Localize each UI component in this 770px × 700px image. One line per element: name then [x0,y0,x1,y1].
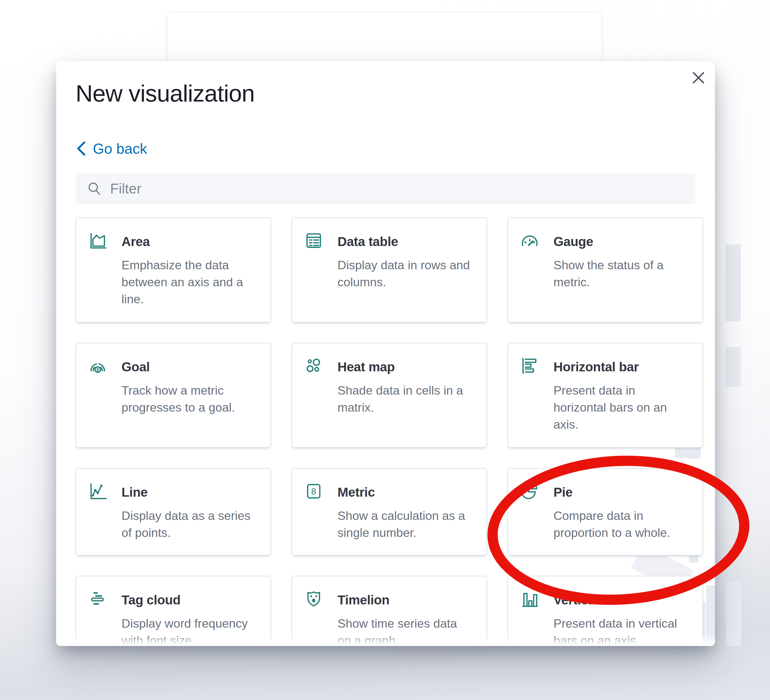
viz-card-title: Vertical bar [553,593,622,608]
viz-card-title: Goal [121,360,150,374]
viz-card-description: Display word frequency with font size. [121,615,257,646]
filter-input[interactable] [102,173,696,203]
viz-card-area[interactable]: Area Emphasize the data between an axis … [76,217,271,322]
close-button[interactable] [689,68,708,87]
viz-card-description: Track how a metric progresses to a goal. [121,382,257,416]
viz-card-description: Show the status of a metric. [553,256,689,291]
timelion-icon [304,589,324,609]
go-back-label: Go back [93,140,147,157]
viz-card-metric[interactable]: 8 Metric Show a calculation as a single … [291,468,487,556]
viz-card-gauge[interactable]: Gauge Show the status of a metric. [508,217,703,322]
viz-card-line[interactable]: Line Display data as a series of points. [76,468,271,556]
viz-card-horizontal-bar[interactable]: Horizontal bar Present data in horizonta… [508,343,703,448]
goal-icon: 8 [88,356,107,376]
viz-card-title: Horizontal bar [553,360,639,374]
viz-card-description: Present data in vertical bars on an axis… [553,615,689,646]
viz-card-title: Line [121,485,148,500]
viz-card-heat-map[interactable]: Heat map Shade data in cells in a matrix… [291,343,487,448]
viz-card-description: Show a calculation as a single number. [338,507,472,541]
filter-field [76,173,696,203]
viz-card-title: Pie [553,485,573,500]
viz-card-description: Emphasize the data between an axis and a… [121,256,257,308]
viz-card-data-table[interactable]: Data table Display data in rows and colu… [291,217,487,322]
background-decoration [726,581,741,646]
horizontal-bar-icon [520,356,539,376]
viz-card-pie[interactable]: Pie Compare data in proportion to a whol… [508,468,703,556]
viz-card-description: Present data in horizontal bars on an ax… [553,382,689,433]
viz-card-title: Tag cloud [121,593,181,608]
data-table-icon [304,231,324,250]
vertical-bar-icon [520,589,539,609]
viz-card-title: Timelion [338,593,389,608]
background-decoration [725,347,741,387]
heat-map-icon [304,356,324,376]
page-title: New visualization [76,80,255,107]
background-decoration [725,245,741,321]
gauge-icon [520,231,539,250]
viz-card-vertical-bar[interactable]: Vertical bar Present data in vertical ba… [508,576,703,646]
viz-card-goal[interactable]: 8 Goal Track how a metric progresses to … [76,343,271,448]
area-chart-icon [88,231,107,250]
viz-card-timelion[interactable]: Timelion Show time series data on a grap… [291,576,487,646]
viz-card-description: Compare data in proportion to a whole. [553,507,689,541]
new-visualization-modal: New visualization Go back Area Emphasize… [56,61,715,646]
search-icon [87,181,102,196]
viz-card-tag-cloud[interactable]: Tag cloud Display word frequency with fo… [76,576,271,646]
viz-card-title: Data table [338,234,398,249]
pie-chart-icon [520,481,539,501]
metric-icon: 8 [304,481,324,501]
viz-card-title: Area [121,234,150,249]
viz-card-title: Heat map [338,360,395,374]
viz-card-description: Display data in rows and columns. [338,256,472,291]
svg-text:8: 8 [96,367,99,373]
viz-card-title: Metric [338,485,375,500]
svg-text:8: 8 [311,486,316,496]
go-back-link[interactable]: Go back [77,140,147,157]
line-chart-icon [88,481,107,501]
viz-card-description: Show time series data on a graph. [338,615,472,646]
close-icon [690,69,707,86]
viz-card-description: Display data as a series of points. [121,507,257,541]
viz-card-description: Shade data in cells in a matrix. [338,382,472,416]
chevron-left-icon [77,141,86,156]
faded-block-decoration [706,585,715,646]
tag-cloud-icon [88,589,107,609]
viz-card-title: Gauge [553,234,593,249]
